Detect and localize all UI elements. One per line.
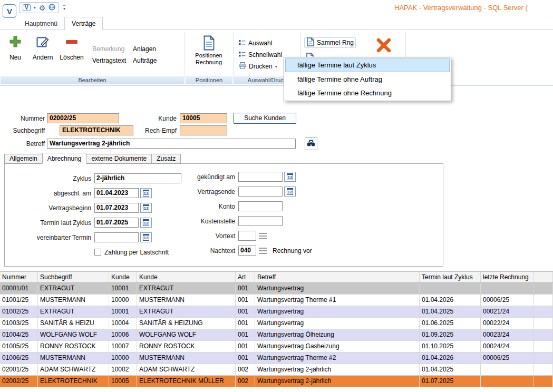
column-header-letzte-rechnung[interactable]: letzte Rechnung (481, 272, 533, 282)
suchbegriff-label: Suchbegriff (0, 127, 45, 134)
column-header-betreff[interactable]: Betreff (255, 272, 420, 282)
table-row[interactable]: 02002/25ELEKTROTECHNIK10005ELEKTROTECHNI… (0, 376, 553, 387)
tab-abrechnung[interactable]: Abrechnung (42, 153, 87, 164)
chevron-down-icon[interactable]: ▾ (34, 5, 36, 10)
cell: 10005 (109, 376, 137, 387)
ribbon-tab-verträge[interactable]: Verträge (64, 17, 103, 30)
collection-document-icon (306, 37, 314, 48)
loeschen-button[interactable]: Löschen (58, 35, 85, 61)
qat-overflow-icon[interactable]: ▾ (63, 5, 65, 11)
table-row[interactable]: 01002/25EXTRAGUT10001EXTRAGUT001Wartungs… (0, 306, 553, 318)
calendar-icon[interactable]: 12 (140, 232, 152, 242)
calendar-icon[interactable]: 12 (140, 218, 152, 228)
vereinbarter-termin-input[interactable] (94, 232, 139, 242)
close-x-button[interactable] (374, 37, 393, 56)
table-row[interactable]: 01005/25RONNY ROSTOCK10007RONNY ROSTOCK0… (0, 341, 553, 352)
text-lines-icon[interactable] (259, 248, 267, 254)
text-lines-icon[interactable] (259, 233, 267, 239)
sammel-rng-button[interactable]: Sammel-Rng (304, 37, 356, 48)
column-header-kunde[interactable]: Kunde (109, 272, 137, 282)
positionen-rechnung-button[interactable]: Positionen Rechnung (188, 35, 229, 66)
tab-zusatz[interactable]: Zusatz (151, 154, 181, 163)
cell: 01003/25 (0, 318, 38, 329)
cell: 02001/25 (0, 364, 38, 375)
gekuendigt-am-input[interactable] (238, 172, 283, 182)
zyklus-row: Zyklus 2-jährlich (7, 173, 181, 183)
kostenstelle-input[interactable] (238, 216, 283, 226)
calendar-icon[interactable]: 12 (140, 203, 152, 213)
neu-button[interactable]: Neu (3, 35, 27, 61)
group-label-positionen: Positionen (186, 76, 232, 84)
lastschrift-checkbox[interactable] (94, 249, 101, 256)
app-mini-logo-icon[interactable]: V (23, 4, 31, 11)
calendar-icon[interactable]: 12 (140, 188, 152, 198)
konto-input[interactable] (238, 201, 283, 211)
abgeschl-row: abgeschl. am 01.04.2023 12 (7, 188, 181, 198)
ribbon-tab-hauptmenü[interactable]: Hauptmenü (18, 18, 64, 30)
vertragstext-button[interactable]: Vertragstext (92, 56, 126, 65)
cell (420, 283, 481, 294)
cell-filler (533, 376, 553, 387)
vertragsende-input[interactable] (238, 187, 283, 197)
cell: 01.10.2025 (420, 341, 481, 352)
nummer-input[interactable]: 02002/25 (47, 113, 119, 123)
suchbegriff-input[interactable]: ELEKTROTECHNIK (60, 125, 133, 135)
menu-item-fällige-termine-ohne-rechnung[interactable]: fällige Termine ohne Rechnung (285, 86, 450, 100)
table-row[interactable]: 01004/25WOLFGANG WOLF10006WOLFGANG WOLF0… (0, 329, 553, 341)
vertragsbeginn-row: Vertragsbeginn 01.07.2023 12 (7, 203, 181, 213)
lastschrift-label: Zahlung per Lastschrift (104, 249, 169, 256)
cell: 10004 (109, 318, 137, 329)
app-logo-icon[interactable]: V (3, 4, 16, 18)
calendar-icon[interactable]: 12 (284, 172, 296, 182)
anlagen-button[interactable]: Anlagen (133, 45, 156, 54)
table-row[interactable]: 01001/25MUSTERMANN10000MUSTERMANN001Wart… (0, 295, 553, 306)
positionen-button-label-1: Positionen (188, 52, 229, 59)
betreff-input[interactable]: Wartungsvertrag 2-jährlich (47, 139, 296, 149)
suche-kunden-button[interactable]: Suche Kunden (234, 113, 296, 124)
abgeschl-am-input[interactable]: 01.04.2023 (94, 188, 139, 198)
tab-externe-dokumente[interactable]: externe Dokumente (86, 154, 152, 163)
globe-icon[interactable] (48, 4, 55, 12)
zyklus-input[interactable]: 2-jährlich (94, 173, 181, 183)
konto-row: Konto (187, 201, 312, 211)
table-row[interactable]: 01006/25MUSTERMANN10000MUSTERMANN001Wart… (0, 352, 553, 364)
table-row[interactable]: 01003/25SANITÄR & HEIZU10004SANITÄR & HE… (0, 318, 553, 329)
column-header-kunde[interactable]: Kunde (137, 272, 236, 282)
schnellwahl-button[interactable]: Schnellwahl (237, 50, 284, 60)
table-header-row: NummerSuchbegriffKundeKundeArtBetreffTer… (0, 272, 553, 283)
column-header-art[interactable]: Art (236, 272, 255, 282)
cell: ADAM SCHWARTZ (38, 364, 109, 375)
column-header-nummer[interactable]: Nummer (0, 272, 38, 282)
drucken-button[interactable]: Drucken ▾ (237, 61, 279, 72)
bemerkung-button[interactable]: Bemerkung (92, 45, 124, 54)
cell: 01.04.2026 (420, 352, 481, 364)
cell: 001 (236, 341, 255, 352)
cell: 001 (236, 352, 255, 364)
menu-item-fällige-termine-ohne-auftrag[interactable]: fällige Termine ohne Auftrag (285, 72, 450, 86)
aendern-button[interactable]: Ändern (30, 35, 56, 61)
kunde-label: Kunde (129, 115, 177, 122)
auftraege-button[interactable]: Aufträge (133, 56, 157, 65)
tab-allgemein[interactable]: Allgemein (4, 154, 43, 163)
auswahl-button[interactable]: Auswahl (237, 38, 274, 48)
search-binoculars-button[interactable] (305, 138, 317, 150)
vereinbarter-termin-row: vereinbarter Termin 12 (7, 232, 181, 242)
cell: 01005/25 (0, 341, 38, 352)
vertragsbeginn-input[interactable]: 01.07.2023 (94, 203, 139, 213)
table-row[interactable]: 00001/01EXTRAGUT10001EXTRAGUT001Wartungs… (0, 283, 553, 295)
calendar-icon[interactable]: 12 (284, 187, 296, 197)
menu-item-fällige-termine-laut-zyklus[interactable]: fällige Termine laut Zyklus (285, 58, 450, 72)
list-select-icon (239, 40, 246, 47)
column-header-termin-laut-zyklus[interactable]: Termin laut Zyklus (420, 272, 481, 282)
list-quick-icon (239, 51, 246, 59)
panel-left-column: Zyklus 2-jährlich abgeschl. am 01.04.202… (7, 173, 181, 262)
table-row[interactable]: 02001/25ADAM SCHWARTZ10002ADAM SCHWARTZ0… (0, 364, 553, 376)
column-header-suchbegriff[interactable]: Suchbegriff (38, 272, 109, 282)
rech-empf-input[interactable] (180, 125, 227, 135)
termin-laut-zyklus-input[interactable]: 01.07.2025 (94, 218, 139, 228)
nachtext-input[interactable]: 040 (238, 246, 256, 256)
gear-icon[interactable]: ⚙ (39, 4, 46, 12)
cell: ELEKTROTECHNIK (38, 376, 109, 387)
kunde-input[interactable]: 10005 (180, 113, 227, 123)
vortext-input[interactable] (238, 231, 256, 241)
